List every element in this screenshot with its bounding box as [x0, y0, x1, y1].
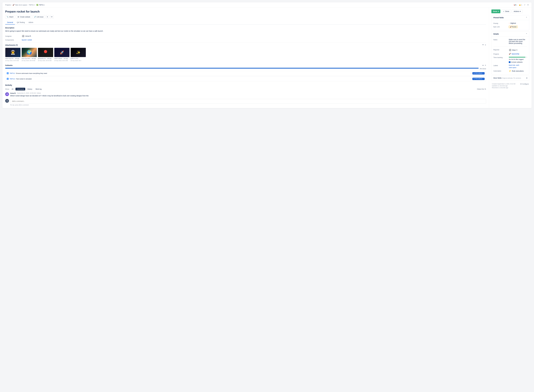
comment-time: September 8, 2020, 10:09 AM — [17, 92, 36, 94]
attach-button[interactable]: 📎 Attach — [5, 15, 15, 19]
pinned-fields-header[interactable]: Pinned fields ⌃ — [492, 15, 529, 20]
label-black-hole[interactable]: black-hole — [509, 64, 515, 66]
like-button[interactable]: 👍 1 — [519, 4, 522, 6]
attachment-thumb-5[interactable] — [70, 48, 86, 57]
automation-field-row: Automation ⚡ Rule executions — [493, 69, 527, 73]
attachment-thumb-3[interactable] — [38, 48, 53, 57]
breadcrumb: Projects / 🚀 Take me to space / TMTS-4 /… — [5, 4, 45, 6]
details-section: Details ⌃ Notes Make sure to send the QA… — [491, 32, 529, 74]
toolbar-more-button[interactable]: ••• — [50, 15, 54, 19]
epic-badge[interactable]: 🚀 Rocket — [509, 26, 518, 28]
header-actions: 📢 1 👍 1 ↗ ••• — [514, 4, 529, 6]
notes-label: Notes — [493, 39, 509, 41]
subtask-id-1[interactable]: TMTS-2 — [9, 72, 15, 74]
filter-worklog[interactable]: Work log — [34, 88, 43, 90]
configure-button[interactable]: ⚙ Configure — [520, 83, 529, 85]
subtask-text-1: Ensure astronauts have everything they n… — [16, 72, 47, 74]
more-fields-sub: Original estimate, Fix versions — [502, 77, 521, 79]
pinned-fields-body: Priority ↑ Highest Epic Link 🚀 Rocket — [492, 20, 529, 30]
chevron-down-icon: ▾ — [483, 73, 483, 74]
chevron-up-icon: ⌃ — [526, 17, 527, 19]
subtasks-more-button[interactable]: ••• — [482, 64, 484, 66]
filter-all[interactable]: All — [10, 88, 14, 90]
chevron-down-icon: ▾ — [498, 10, 499, 12]
component-rocket[interactable]: rocket — [27, 39, 32, 41]
component-launch[interactable]: launch — [22, 39, 27, 41]
labels-label: Labels — [493, 64, 509, 66]
components-label: Components — [5, 39, 22, 41]
attachments-more-button[interactable]: ••• — [482, 44, 484, 46]
share-button[interactable]: ↗ — [524, 4, 525, 6]
breadcrumb-current: TMTS-1 — [39, 4, 45, 6]
attachment-thumb-2[interactable] — [22, 48, 37, 57]
label-earth[interactable]: earth — [516, 64, 519, 66]
create-subtask-button[interactable]: ⊞ Create subtask — [16, 15, 32, 19]
breadcrumb-project[interactable]: Take me to space — [15, 4, 27, 6]
attachment-name-1: nasa-OLij17tU... ash.jpg — [5, 58, 21, 59]
more-button[interactable]: ••• — [527, 4, 529, 6]
more-fields-header[interactable]: More fields Original estimate, Fix versi… — [492, 76, 529, 80]
details-body: Notes Make sure to send the QA team this… — [492, 36, 529, 74]
watch-button[interactable]: 📢 1 — [514, 4, 517, 6]
breadcrumb-projects[interactable]: Projects — [5, 4, 11, 6]
tab-general[interactable]: General — [5, 20, 15, 24]
attachment-name-4: niketh-vellank... ash.jpg — [54, 58, 70, 59]
chevron-down-icon: ▾ — [520, 10, 521, 12]
toolbar-dropdown-button[interactable]: ▾ — [46, 15, 49, 19]
attachment-name-5: guillermo-ferl... — [70, 58, 86, 59]
reporter-avatar: BY — [509, 49, 512, 51]
priority-field-row: Priority ↑ Highest — [493, 22, 527, 25]
priority-icon-2: ↑ — [471, 78, 472, 80]
more-icon: ••• — [527, 4, 529, 6]
attachment-thumb-1[interactable] — [5, 48, 21, 57]
add-comment-wrap: U — [5, 99, 486, 103]
attachment-date-2: 18 Sep 2020, 09:44 AM — [22, 60, 37, 61]
details-header[interactable]: Details ⌃ — [492, 32, 529, 36]
list-item: ganapathy-ku... ash.jpg 18 Sep 2020, 09:… — [38, 48, 53, 61]
attachments-title: Attachments (7) — [5, 44, 18, 46]
subtask-text-2: Test rocket in simulator — [16, 78, 32, 80]
subtask-type-icon: ⊟ — [7, 72, 9, 74]
label-outer-space[interactable]: outer-space — [509, 67, 516, 68]
activity-title: Activity — [5, 84, 486, 86]
details-title: Details — [493, 33, 499, 35]
automation-text: Rule executions — [512, 70, 524, 72]
subtask-status-2[interactable]: IN PROGRESS ▾ — [473, 78, 484, 80]
tab-admin[interactable]: Admin — [27, 20, 35, 24]
pro-tip: Pro tip: press M to comment — [10, 104, 486, 106]
projects-link[interactable]: Spaceship — [511, 53, 519, 55]
attachments-grid: nasa-OLij17tU... ash.jpg 18 Sep 2020, 09… — [5, 48, 486, 61]
attachments-add-button[interactable]: + — [485, 44, 486, 46]
subtask-status-1[interactable]: IN PROGRESS ▾ — [473, 72, 484, 75]
done-button[interactable]: Done ▾ — [491, 9, 500, 13]
tab-qa-testing[interactable]: QA Testing — [15, 20, 27, 24]
time-track-fill — [509, 57, 525, 57]
actions-button[interactable]: Actions ▾ — [512, 9, 522, 13]
activity-filter-row: Show: All Comments History Work log Olde… — [5, 88, 486, 90]
project-icon: 🚀 — [13, 4, 14, 6]
issue-title: Prepare rocket for launch — [5, 10, 486, 13]
labels-field-row: Labels black-hole earth outer-space — [493, 64, 527, 69]
pro-tip-key: M — [19, 104, 21, 106]
subtasks-add-button[interactable]: + — [485, 64, 486, 67]
description-text: We're going to space! We need to ensure … — [5, 30, 486, 32]
notes-value: Make sure to send the QA team this issue… — [509, 39, 527, 44]
attachment-thumb-4[interactable] — [54, 48, 70, 57]
done-check-button[interactable]: ✓ Done — [501, 9, 511, 13]
sort-button[interactable]: Oldest first ⇅ — [477, 88, 486, 90]
status-row: Done ▾ ✓ Done Actions ▾ — [491, 9, 529, 13]
priority-text: Highest — [510, 22, 516, 24]
reporter-label: Reporter — [493, 49, 509, 51]
filter-comments[interactable]: Comments — [15, 88, 25, 90]
breadcrumb-parent[interactable]: TMTS-4 — [29, 4, 34, 6]
priority-value: ↑ Highest — [509, 22, 527, 24]
assignee-name: Anna R. — [25, 35, 31, 37]
comment-item: AR Anna R. September 8, 2020, 10:09 AM E… — [5, 92, 486, 97]
subtask-id-2[interactable]: TMTS-3 — [9, 78, 15, 80]
comment-input[interactable] — [10, 99, 486, 103]
filter-history[interactable]: History — [26, 88, 33, 90]
projects-label: Projects — [493, 53, 509, 55]
link-issue-button[interactable]: 🔗 Link issue — [33, 15, 45, 19]
include-subtasks-checkbox[interactable]: ✓ — [509, 61, 511, 63]
priority-icon-1: ↑ — [471, 72, 472, 74]
